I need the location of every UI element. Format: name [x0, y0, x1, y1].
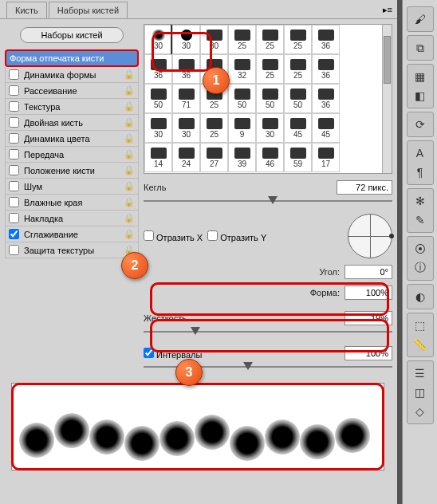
angle-label: Угол:	[319, 267, 340, 277]
brush-preset[interactable]: 50	[256, 84, 284, 113]
hardness-slider[interactable]	[144, 327, 392, 338]
brush-preset[interactable]: 32	[228, 54, 256, 84]
hardness-input[interactable]	[344, 311, 392, 325]
spacing-checkbox[interactable]: Интервалы	[144, 348, 202, 360]
roundness-input[interactable]	[344, 285, 392, 300]
sidebar-item-0[interactable]: Форма отпечатка кисти	[5, 49, 139, 67]
text-icon[interactable]: A	[411, 144, 429, 162]
brush-preset[interactable]: 9	[228, 113, 256, 143]
angle-widget[interactable]	[348, 214, 392, 258]
clone-tool-icon[interactable]: ⧉	[411, 39, 429, 57]
brush-presets-button[interactable]: Наборы кистей	[20, 27, 124, 43]
brush-preset[interactable]: 36	[144, 54, 172, 84]
brush-preset[interactable]: 30	[144, 25, 172, 54]
flyout-menu-icon[interactable]: ▸≡	[383, 5, 392, 15]
brush-preset[interactable]: 25	[284, 25, 312, 54]
brush-preset[interactable]: 24	[172, 143, 200, 172]
sidebar-item-6[interactable]: Передача🔒	[5, 147, 139, 163]
sidebar-checkbox[interactable]	[9, 133, 19, 144]
sidebar-item-5[interactable]: Динамика цвета🔒	[5, 131, 139, 147]
sidebar-checkbox[interactable]	[9, 85, 19, 96]
sidebar-checkbox[interactable]	[9, 101, 19, 112]
sidebar-checkbox[interactable]	[9, 117, 19, 128]
brush-preset[interactable]: 25	[200, 113, 228, 143]
brush-preset[interactable]: 30	[172, 25, 200, 54]
sidebar-item-1[interactable]: Динамика формы🔒	[5, 67, 139, 83]
sidebar-item-9[interactable]: Влажные края🔒	[5, 195, 139, 211]
brush-preset[interactable]: 25	[284, 54, 312, 84]
brush-preset[interactable]: 36	[172, 54, 200, 84]
sidebar-checkbox[interactable]	[9, 181, 19, 191]
brush-preset[interactable]: 25	[228, 25, 256, 54]
measure-icon[interactable]: 📏	[411, 336, 429, 353]
sidebar-item-11[interactable]: Сглаживание🔒	[5, 226, 139, 242]
3d-icon[interactable]: ⬚	[411, 317, 429, 334]
brush-preset[interactable]: 39	[228, 143, 256, 172]
sidebar-checkbox[interactable]	[9, 69, 19, 80]
tab-brush[interactable]: Кисть	[6, 2, 47, 18]
sidebar-checkbox[interactable]	[9, 165, 19, 175]
angle-input[interactable]	[344, 265, 392, 279]
brush-preset[interactable]: 14	[144, 143, 172, 172]
brush-preset[interactable]: 50	[228, 84, 256, 113]
callout-2: 2	[121, 252, 148, 279]
spacing-input[interactable]	[344, 346, 392, 360]
sidebar-item-4[interactable]: Двойная кисть🔒	[5, 115, 139, 131]
brush-tool-icon[interactable]: 🖌	[411, 10, 429, 28]
brush-preset[interactable]: 30	[200, 25, 228, 54]
adjust-icon[interactable]: ✻	[411, 192, 429, 210]
sidebar-item-2[interactable]: Рассеивание🔒	[5, 83, 139, 99]
sidebar-checkbox[interactable]	[9, 213, 19, 223]
swatches-icon[interactable]: ▦	[411, 68, 429, 85]
lock-icon: 🔒	[124, 101, 135, 112]
flip-y-checkbox[interactable]: Отразить Y	[207, 230, 266, 242]
brush-grid-scrollbar[interactable]	[382, 25, 392, 173]
sidebar-item-label: Накладка	[24, 214, 63, 223]
sidebar-checkbox[interactable]	[9, 149, 19, 159]
brush-preset[interactable]: 50	[144, 84, 172, 113]
styles-icon[interactable]: ◧	[411, 87, 429, 104]
color-icon[interactable]: ◐	[411, 288, 429, 305]
nav-icon[interactable]: ⦿	[411, 240, 429, 258]
brush2-icon[interactable]: ✎	[411, 211, 429, 229]
sidebar-item-12[interactable]: Защита текстуры🔒	[5, 242, 139, 258]
brush-preset[interactable]: 50	[284, 84, 312, 113]
tab-presets[interactable]: Наборы кистей	[49, 2, 128, 18]
brush-preset[interactable]: 30	[172, 113, 200, 143]
channels-icon[interactable]: ◫	[411, 384, 429, 401]
brush-preset[interactable]: 30	[144, 113, 172, 143]
brush-preset[interactable]: 59	[284, 143, 312, 172]
brush-preset[interactable]: 45	[284, 113, 312, 143]
info-icon[interactable]: ⓘ	[411, 259, 429, 277]
paragraph-icon[interactable]: ¶	[411, 163, 429, 181]
sidebar-item-3[interactable]: Текстура🔒	[5, 99, 139, 115]
sidebar-checkbox[interactable]	[9, 197, 19, 207]
sidebar-checkbox[interactable]	[9, 245, 19, 255]
brush-preset[interactable]: 71	[172, 84, 200, 113]
size-input[interactable]	[337, 180, 392, 195]
brush-preset[interactable]: 27	[200, 143, 228, 172]
flip-x-checkbox[interactable]: Отразить X	[144, 230, 203, 242]
brush-preset[interactable]: 45	[312, 113, 340, 143]
sidebar-item-label: Форма отпечатка кисти	[10, 53, 104, 63]
lock-icon: 🔒	[124, 85, 135, 96]
brush-preset[interactable]: 25	[256, 54, 284, 84]
sidebar-item-10[interactable]: Накладка🔒	[5, 211, 139, 226]
callout-3: 3	[175, 359, 203, 386]
brush-preset[interactable]: 17	[312, 143, 340, 172]
sidebar-item-label: Положение кисти	[24, 166, 95, 175]
paths-icon[interactable]: ◇	[411, 403, 429, 420]
brush-preset[interactable]: 36	[312, 54, 340, 84]
brush-preset[interactable]: 36	[312, 25, 340, 54]
sidebar-item-7[interactable]: Положение кисти🔒	[5, 163, 139, 179]
sidebar-checkbox[interactable]	[9, 229, 19, 239]
layers-icon[interactable]: ☰	[411, 364, 429, 382]
brush-preset[interactable]: 36	[312, 84, 340, 113]
brush-preset[interactable]: 30	[256, 113, 284, 143]
lock-icon: 🔒	[124, 229, 135, 239]
size-slider[interactable]	[144, 196, 392, 207]
brush-preset[interactable]: 46	[256, 143, 284, 172]
history-icon[interactable]: ⟳	[411, 116, 429, 133]
brush-preset[interactable]: 25	[256, 25, 284, 54]
sidebar-item-8[interactable]: Шум🔒	[5, 179, 139, 195]
